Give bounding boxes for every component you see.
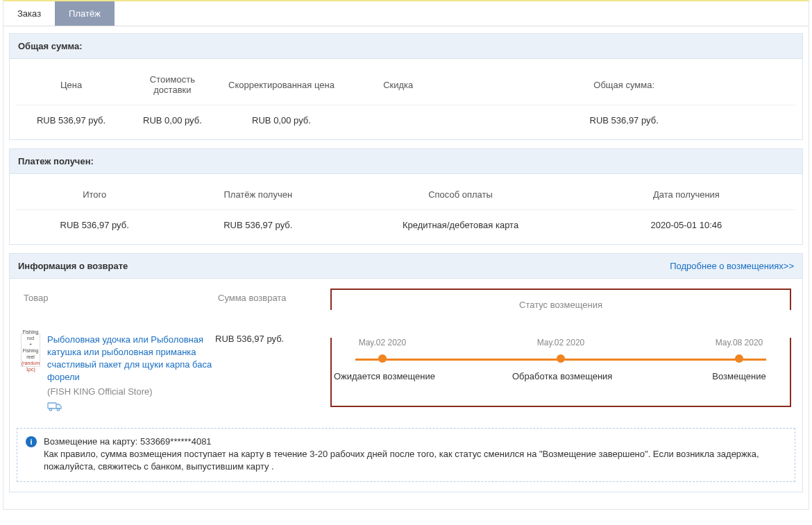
product-box: Fishing rod + Fishing reel (random 1pc) … (21, 334, 215, 415)
panel-total-title-text: Общая сумма: (18, 41, 83, 51)
timeline-node-0: May.02 2020 Ожидается возмещение (334, 338, 431, 381)
th-adjusted: Скорректированная цена (219, 69, 344, 105)
th-refund-status: Статус возмещения (348, 300, 773, 310)
td-adjusted: RUB 0,00 руб. (219, 105, 344, 130)
info-line1: Возмещение на карту: 533669******4081 (44, 436, 786, 448)
order-payment-page: Заказ Платёж Общая сумма: Цена Стоимость… (3, 0, 809, 510)
th-refund-product: Товар (21, 289, 215, 334)
refund-status-frame-top: Статус возмещения (330, 289, 791, 310)
th-discount: Скидка (344, 69, 452, 105)
panel-total-title: Общая сумма: (10, 34, 802, 59)
th-refund-amount: Сумма возврата (215, 289, 326, 334)
td-subtotal: RUB 536,97 руб. (17, 210, 172, 235)
panel-received-title: Платеж получен: (10, 149, 802, 174)
th-method: Способ оплаты (344, 184, 577, 210)
th-shipping: Стоимость доставки (126, 69, 219, 105)
refund-headers: Товар Сумма возврата Статус возмещения (17, 289, 795, 334)
node1-label: Обработка возмещения (512, 371, 609, 381)
total-table: Цена Стоимость доставки Скорректированна… (17, 69, 795, 130)
thumb-l2: Fishing reel (22, 347, 40, 360)
node1-dot (557, 354, 565, 363)
node2-date: May.08 2020 (691, 338, 788, 347)
product-thumb[interactable]: Fishing rod + Fishing reel (random 1pc) (21, 334, 40, 367)
thumb-plus: + (29, 341, 32, 347)
node0-dot (378, 354, 387, 363)
refund-amount: RUB 536,97 руб. (215, 334, 326, 415)
node0-label: Ожидается возмещение (334, 371, 431, 381)
tab-payment[interactable]: Платёж (55, 1, 115, 26)
th-date: Дата получения (577, 184, 795, 210)
td-date: 2020-05-01 10:46 (577, 210, 795, 235)
received-table: Итого Платёж получен Способ оплаты Дата … (17, 184, 795, 234)
info-icon: i (26, 436, 37, 447)
panel-received: Платеж получен: Итого Платёж получен Спо… (9, 148, 803, 245)
svg-point-1 (49, 408, 52, 411)
truck-icon (47, 401, 62, 415)
refund-status-frame-body: May.02 2020 Ожидается возмещение May.02 … (330, 338, 791, 407)
th-price: Цена (17, 69, 126, 105)
node2-dot (735, 354, 743, 363)
refund-data-row: Fishing rod + Fishing reel (random 1pc) … (17, 334, 795, 415)
timeline-node-1: May.02 2020 Обработка возмещения (512, 338, 609, 381)
th-total: Общая сумма: (452, 69, 795, 105)
node0-date: May.02 2020 (334, 338, 431, 347)
td-price: RUB 536,97 руб. (17, 105, 126, 130)
panel-total: Общая сумма: Цена Стоимость доставки Ско… (9, 33, 803, 140)
svg-point-2 (57, 408, 60, 411)
td-total: RUB 536,97 руб. (452, 105, 795, 130)
panel-refund: Информация о возврате Подробнее о возмещ… (9, 253, 803, 492)
product-store: (FISH KING Official Store) (47, 386, 215, 397)
refund-timeline: May.02 2020 Ожидается возмещение May.02 … (348, 338, 773, 386)
tab-order[interactable]: Заказ (3, 1, 55, 26)
refund-info-box: i Возмещение на карту: 533669******4081 … (17, 428, 795, 482)
svg-rect-0 (48, 403, 56, 408)
panel-refund-header: Информация о возврате Подробнее о возмещ… (10, 254, 802, 279)
td-received: RUB 536,97 руб. (172, 210, 344, 235)
refund-more-link[interactable]: Подробнее о возмещениях>> (670, 261, 794, 271)
td-method: Кредитная/дебетовая карта (344, 210, 577, 235)
node1-date: May.02 2020 (512, 338, 609, 347)
timeline-node-2: May.08 2020 Возмещение (691, 338, 788, 381)
panel-refund-title: Информация о возврате (18, 261, 128, 271)
thumb-l1: Fishing rod (22, 329, 40, 341)
product-title-link[interactable]: Рыболовная удочка или Рыболовная катушка… (47, 334, 215, 384)
thumb-l3: (random 1pc) (22, 360, 40, 372)
node2-label: Возмещение (691, 371, 788, 381)
panel-received-title-text: Платеж получен: (18, 156, 94, 166)
td-shipping: RUB 0,00 руб. (126, 105, 219, 130)
tabs: Заказ Платёж (3, 1, 809, 26)
info-line2: Как правило, сумма возмещения поступает … (44, 448, 786, 473)
th-received: Платёж получен (172, 184, 344, 210)
th-subtotal: Итого (17, 184, 172, 210)
td-discount (344, 105, 452, 130)
